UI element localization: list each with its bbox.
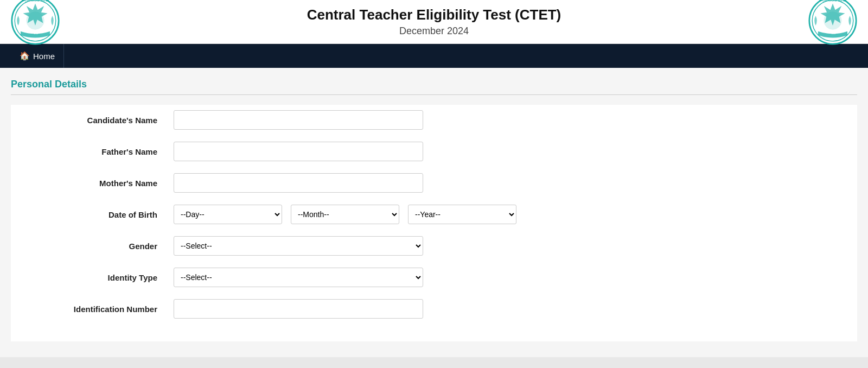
father-name-field xyxy=(174,142,423,161)
logo-left: भारत केन्द्रीय माध्यमिक शिक्षा बोर्ड xyxy=(11,0,60,47)
home-icon: 🏠 xyxy=(20,51,30,61)
father-name-label: Father's Name xyxy=(33,147,174,156)
main-content: Personal Details Candidate's Name Father… xyxy=(0,68,868,357)
dob-day-select[interactable]: --Day-- xyxy=(174,205,282,224)
identification-number-field xyxy=(174,299,423,319)
svg-text:भारत: भारत xyxy=(33,31,39,35)
identity-type-select[interactable]: --Select-- Aadhar Passport PAN Card Vote… xyxy=(174,268,423,287)
svg-point-7 xyxy=(824,12,841,29)
candidate-name-label: Candidate's Name xyxy=(33,116,174,125)
mother-name-label: Mother's Name xyxy=(33,179,174,188)
identity-type-row: Identity Type --Select-- Aadhar Passport… xyxy=(11,268,857,287)
mother-name-input[interactable] xyxy=(174,173,423,193)
page-header: भारत केन्द्रीय माध्यमिक शिक्षा बोर्ड Cen… xyxy=(0,0,868,44)
identification-number-row: Identification Number xyxy=(11,299,857,319)
dob-month-select[interactable]: --Month-- xyxy=(291,205,399,224)
header-text-block: Central Teacher Eligibility Test (CTET) … xyxy=(307,7,561,37)
personal-details-form: Candidate's Name Father's Name Mother's … xyxy=(11,105,857,341)
mother-name-row: Mother's Name xyxy=(11,173,857,193)
gender-field: --Select-- Male Female Other xyxy=(174,236,423,256)
header-title: Central Teacher Eligibility Test (CTET) xyxy=(307,7,561,23)
candidate-name-row: Candidate's Name xyxy=(11,110,857,130)
identity-type-field: --Select-- Aadhar Passport PAN Card Vote… xyxy=(174,268,423,287)
header-subtitle: December 2024 xyxy=(307,26,561,37)
dob-year-select[interactable]: --Year-- xyxy=(408,205,516,224)
dob-fields: --Day-- --Month-- --Year-- xyxy=(174,205,835,224)
section-title: Personal Details xyxy=(11,79,857,95)
identity-type-label: Identity Type xyxy=(33,273,174,282)
father-name-row: Father's Name xyxy=(11,142,857,161)
candidate-name-input[interactable] xyxy=(174,110,423,130)
home-nav-label: Home xyxy=(33,52,55,61)
identification-number-label: Identification Number xyxy=(33,304,174,314)
gender-label: Gender xyxy=(33,242,174,251)
gender-select[interactable]: --Select-- Male Female Other xyxy=(174,236,423,256)
identification-number-input[interactable] xyxy=(174,299,423,319)
home-nav-item[interactable]: 🏠 Home xyxy=(11,44,64,68)
gender-row: Gender --Select-- Male Female Other xyxy=(11,236,857,256)
navbar: 🏠 Home xyxy=(0,44,868,68)
dob-row: Date of Birth --Day-- --Month-- --Year-- xyxy=(11,205,857,224)
father-name-input[interactable] xyxy=(174,142,423,161)
logo-right: भारत केन्द्रीय माध्यमिक शिक्षा बोर्ड xyxy=(808,0,857,47)
svg-text:भारत: भारत xyxy=(831,31,836,35)
svg-point-2 xyxy=(27,12,44,29)
candidate-name-field xyxy=(174,110,423,130)
dob-label: Date of Birth xyxy=(33,210,174,219)
mother-name-field xyxy=(174,173,423,193)
